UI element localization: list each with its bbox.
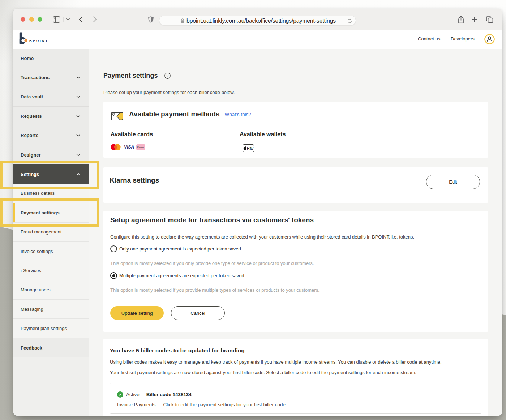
svg-text:?: ?	[167, 74, 168, 78]
svg-text:BPOINT: BPOINT	[29, 39, 48, 43]
